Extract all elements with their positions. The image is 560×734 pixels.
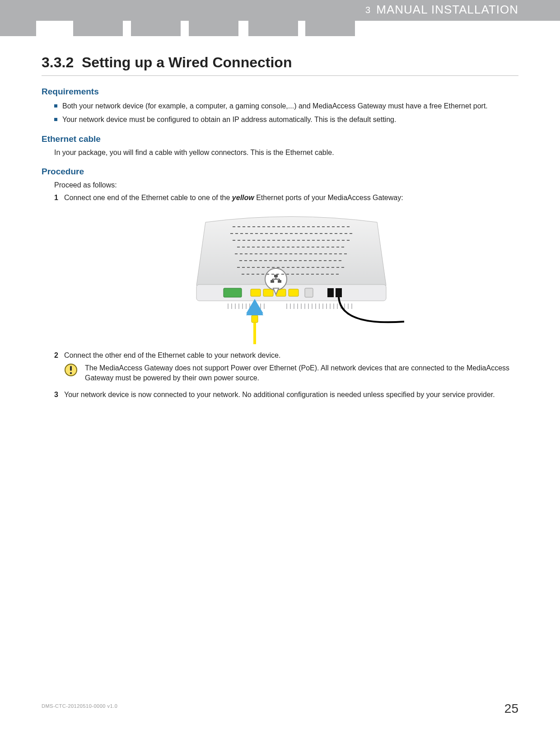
procedure-intro: Proceed as follows:: [54, 181, 518, 189]
note-block: The MediaAccess Gateway does not support…: [64, 363, 518, 383]
svg-rect-32: [251, 289, 261, 296]
header-tab: [73, 21, 123, 36]
chapter-number: 3: [365, 5, 371, 15]
ethernet-cable-text: In your package, you will find a cable w…: [54, 149, 518, 157]
svg-rect-41: [271, 280, 274, 283]
svg-rect-33: [263, 289, 273, 296]
note-text: The MediaAccess Gateway does not support…: [85, 363, 518, 383]
header-tab-row: [0, 21, 560, 36]
requirement-text: Both your network device (for example, a…: [62, 102, 488, 110]
page-number: 25: [504, 701, 518, 716]
step-text-a: Connect one end of the Ethernet cable to…: [64, 194, 232, 201]
procedure-list: 1 Connect one end of the Ethernet cable …: [54, 193, 518, 400]
header-tab: [131, 21, 181, 36]
step-text: Connect the other end of the Ethernet ca…: [64, 351, 280, 359]
requirement-text: Your network device must be configured t…: [62, 116, 396, 123]
step-text: Your network device is now connected to …: [64, 391, 495, 398]
gateway-figure: [64, 209, 518, 344]
step-text-c: Ethernet ports of your MediaAccess Gatew…: [254, 194, 403, 201]
chapter-label: 3 MANUAL INSTALLATION: [365, 3, 518, 17]
svg-rect-48: [253, 323, 256, 344]
requirements-heading: Requirements: [42, 87, 518, 97]
footer-doc-id: DMS-CTC-20120510-0000 v1.0: [42, 703, 117, 709]
procedure-heading: Procedure: [42, 167, 518, 177]
procedure-step-2: 2 Connect the other end of the Ethernet …: [54, 351, 518, 383]
svg-rect-35: [289, 289, 299, 296]
section-number: 3.3.2: [42, 54, 74, 70]
svg-rect-38: [336, 288, 342, 297]
warning-icon: [64, 363, 78, 377]
step-text-bolditalic: yellow: [232, 194, 254, 201]
ethernet-cable-heading: Ethernet cable: [42, 134, 518, 144]
list-item: Your network device must be configured t…: [54, 115, 518, 125]
svg-rect-40: [274, 275, 278, 277]
step-number: 3: [54, 390, 58, 400]
section-title: 3.3.2 Setting up a Wired Connection: [42, 54, 518, 76]
svg-rect-36: [305, 288, 313, 297]
header-tab: [0, 21, 36, 36]
svg-rect-37: [327, 288, 334, 297]
svg-rect-31: [224, 288, 242, 297]
chapter-title: MANUAL INSTALLATION: [376, 3, 518, 16]
svg-point-60: [70, 372, 72, 374]
svg-rect-42: [278, 280, 281, 283]
section-heading: Setting up a Wired Connection: [82, 54, 292, 70]
svg-rect-59: [70, 366, 72, 371]
gateway-illustration: [178, 209, 404, 344]
requirements-list: Both your network device (for example, a…: [54, 101, 518, 124]
svg-rect-47: [252, 315, 258, 323]
header-tab: [189, 21, 238, 36]
page-content: 3.3.2 Setting up a Wired Connection Requ…: [0, 36, 560, 400]
header-tab: [305, 21, 355, 36]
step-number: 1: [54, 193, 58, 203]
header-bar: 3 MANUAL INSTALLATION: [0, 0, 560, 21]
procedure-step-1: 1 Connect one end of the Ethernet cable …: [54, 193, 518, 344]
header-tab: [248, 21, 298, 36]
list-item: Both your network device (for example, a…: [54, 101, 518, 111]
procedure-step-3: 3 Your network device is now connected t…: [54, 390, 518, 400]
step-number: 2: [54, 351, 58, 360]
